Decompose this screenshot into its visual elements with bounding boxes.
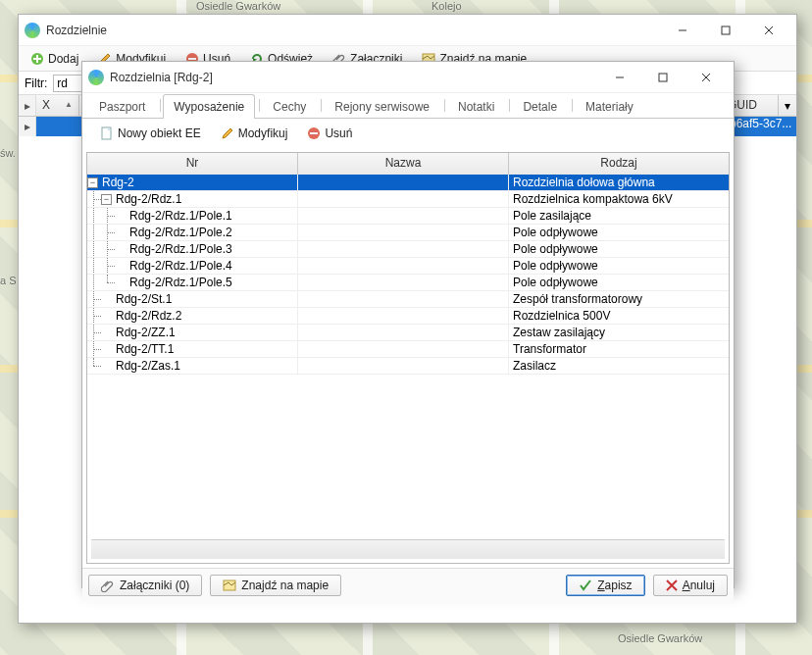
close-button[interactable] xyxy=(747,17,790,44)
nazwa-value xyxy=(298,291,509,307)
paperclip-icon xyxy=(101,579,115,592)
tree-status-strip xyxy=(91,539,725,559)
rodzaj-value: Pole odpływowe xyxy=(509,275,729,290)
close-button[interactable] xyxy=(685,64,728,91)
nazwa-value xyxy=(298,358,509,374)
new-ee-object-button[interactable]: Nowy obiekt EE xyxy=(91,121,210,146)
svg-rect-1 xyxy=(722,26,730,34)
nr-value: Rdg-2/Rdz.1/Pole.3 xyxy=(129,242,232,256)
maximize-button[interactable] xyxy=(641,64,685,91)
nazwa-value xyxy=(298,308,509,324)
cell-guid: b6af5-3c7... xyxy=(726,117,796,136)
detail-tabbar: PaszportWyposażenieCechyRejony serwisowe… xyxy=(82,93,734,119)
add-button[interactable]: Dodaj xyxy=(22,48,87,69)
rodzaj-value: Zasilacz xyxy=(509,358,729,374)
tree-row[interactable]: −Rdg-2Rozdzielnia dołowa główna xyxy=(87,175,729,191)
tree-row[interactable]: Rdg-2/ZZ.1Zestaw zasilający xyxy=(87,325,729,341)
tab-rejony-serwisowe[interactable]: Rejony serwisowe xyxy=(324,94,440,119)
nr-value: Rdg-2/Rdz.1/Pole.5 xyxy=(129,276,232,289)
save-button[interactable]: Zapisz xyxy=(566,575,644,596)
tree-row[interactable]: Rdg-2/Rdz.1/Pole.3Pole odpływowe xyxy=(87,241,729,258)
tree-row[interactable]: Rdg-2/Zas.1Zasilacz xyxy=(87,358,729,375)
titlebar-detail[interactable]: Rozdzielnia [Rdg-2] xyxy=(82,62,734,93)
sub-toolbar: Nowy obiekt EE Modyfikuj Usuń xyxy=(82,119,734,148)
nr-value: Rdg-2 xyxy=(102,176,134,189)
map-label: a S xyxy=(0,275,17,286)
svg-rect-14 xyxy=(310,132,318,134)
nr-value: Rdg-2/TT.1 xyxy=(116,342,174,356)
tab-detale[interactable]: Detale xyxy=(512,94,568,119)
rodzaj-value: Pole zasilające xyxy=(509,208,729,224)
rodzaj-value: Rozdzielnia dołowa główna xyxy=(509,175,729,190)
tree-row[interactable]: Rdg-2/Rdz.1/Pole.2Pole odpływowe xyxy=(87,225,729,241)
pencil-icon xyxy=(221,126,234,140)
x-icon xyxy=(666,579,678,591)
detail-footer: Załączniki (0) Znajdź na mapie Zapisz An… xyxy=(82,568,734,602)
nazwa-value xyxy=(298,225,509,240)
tree-row[interactable]: Rdg-2/TT.1Transformator xyxy=(87,341,729,358)
row-indicator: ▸ xyxy=(19,117,36,136)
nazwa-value xyxy=(298,241,509,257)
svg-rect-15 xyxy=(224,580,235,590)
tab-notatki[interactable]: Notatki xyxy=(447,94,505,119)
filter-label: Filtr: xyxy=(25,76,47,90)
tree-row[interactable]: −Rdg-2/Rdz.1Rozdzielnica kompaktowa 6kV xyxy=(87,191,729,208)
nr-value: Rdg-2/Zas.1 xyxy=(116,359,180,373)
nr-value: Rdg-2/Rdz.1 xyxy=(116,192,181,206)
nazwa-value xyxy=(298,191,509,207)
svg-rect-6 xyxy=(188,58,196,60)
tree-row[interactable]: Rdg-2/Rdz.1/Pole.4Pole odpływowe xyxy=(87,258,729,275)
rodzaj-value: Pole odpływowe xyxy=(509,241,729,257)
find-on-map-button[interactable]: Znajdź na mapie xyxy=(210,575,341,596)
col-rodzaj[interactable]: Rodzaj xyxy=(509,153,729,175)
tab-paszport[interactable]: Paszport xyxy=(88,94,156,119)
nr-value: Rdg-2/ZZ.1 xyxy=(116,326,176,339)
rodzaj-value: Pole odpływowe xyxy=(509,258,729,274)
minimize-button[interactable] xyxy=(598,64,641,91)
plus-icon xyxy=(30,52,44,66)
check-icon xyxy=(579,579,592,592)
expander-icon[interactable]: − xyxy=(87,177,98,188)
nr-value: Rdg-2/Rdz.2 xyxy=(116,309,181,323)
cancel-button[interactable]: Anuluj xyxy=(653,575,728,596)
nazwa-value xyxy=(298,341,509,357)
tab-cechy[interactable]: Cechy xyxy=(262,94,317,119)
nazwa-value xyxy=(298,208,509,224)
nazwa-value xyxy=(298,258,509,274)
rodzaj-value: Transformator xyxy=(509,341,729,357)
tree-row[interactable]: Rdg-2/Rdz.1/Pole.5Pole odpływowe xyxy=(87,275,729,291)
map-label: Osiedle Gwarków xyxy=(618,632,702,644)
minus-icon xyxy=(307,126,321,140)
titlebar-main[interactable]: Rozdzielnie xyxy=(19,15,796,46)
nr-value: Rdg-2/Rdz.1/Pole.1 xyxy=(129,209,232,223)
row-selector-header[interactable]: ▸ xyxy=(19,95,36,116)
map-label: Kolejo xyxy=(431,0,462,12)
attachments-button[interactable]: Załączniki (0) xyxy=(88,575,202,596)
tab-wyposażenie[interactable]: Wyposażenie xyxy=(163,94,255,119)
grid-header-dropdown[interactable]: ▾ xyxy=(779,95,796,116)
window-rozdzielnia-detail: Rozdzielnia [Rdg-2] PaszportWyposażenieC… xyxy=(81,61,735,588)
maximize-button[interactable] xyxy=(704,17,747,44)
nr-value: Rdg-2/St.1 xyxy=(116,292,172,306)
delete-button[interactable]: Usuń xyxy=(298,121,361,146)
window-title: Rozdzielnie xyxy=(46,24,661,37)
tab-materiały[interactable]: Materiały xyxy=(575,94,644,119)
expander-icon[interactable]: − xyxy=(101,194,112,205)
modify-button[interactable]: Modyfikuj xyxy=(212,121,297,146)
tree-row[interactable]: Rdg-2/Rdz.1/Pole.1Pole zasilające xyxy=(87,208,729,225)
nr-value: Rdg-2/Rdz.1/Pole.4 xyxy=(129,259,232,273)
col-nazwa[interactable]: Nazwa xyxy=(298,153,509,175)
nazwa-value xyxy=(298,325,509,340)
col-nr[interactable]: Nr xyxy=(87,153,298,175)
rodzaj-value: Rozdzielnica 500V xyxy=(509,308,729,324)
tree-row[interactable]: Rdg-2/St.1Zespół transformatorowy xyxy=(87,291,729,308)
map-label: Osiedle Gwarków xyxy=(196,0,280,12)
minimize-button[interactable] xyxy=(661,17,704,44)
tree-row[interactable]: Rdg-2/Rdz.2Rozdzielnica 500V xyxy=(87,308,729,325)
rodzaj-value: Rozdzielnica kompaktowa 6kV xyxy=(509,191,729,207)
nazwa-value xyxy=(298,275,509,290)
nr-value: Rdg-2/Rdz.1/Pole.2 xyxy=(129,226,232,239)
col-x[interactable]: X xyxy=(36,95,79,116)
rodzaj-value: Zestaw zasilający xyxy=(509,325,729,340)
svg-rect-9 xyxy=(659,74,667,81)
